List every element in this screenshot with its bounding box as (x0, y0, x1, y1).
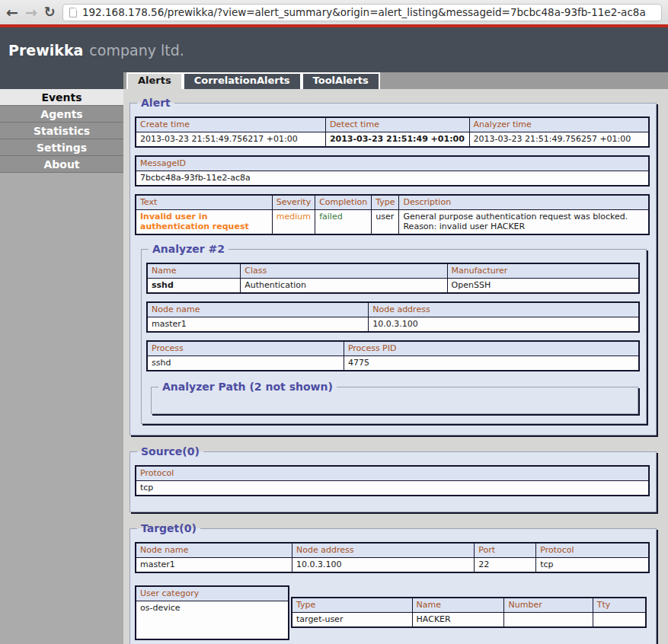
alert-section-legend: Alert (137, 97, 174, 109)
col-header-tty: Tty (593, 598, 646, 613)
table-header-row: Type Name Number Tty (292, 598, 646, 613)
analyzer-process-table: Process Process PID sshd 4775 (146, 340, 640, 371)
analyzer-path-section: Analyzer Path (2 not shown) (151, 381, 638, 414)
col-header-protocol: Protocol (136, 466, 649, 481)
target-section: Target(0) Node name Node address Port Pr… (129, 522, 657, 644)
cell-analyzer-manufacturer: OpenSSH (447, 279, 639, 294)
table-header-row: Node name Node address (147, 302, 639, 317)
col-header-text: Text (136, 195, 272, 210)
reload-icon[interactable]: ↻ (44, 5, 56, 19)
sidebar-item-events[interactable]: Events (0, 89, 123, 106)
table-header-row: MessageID (136, 156, 649, 171)
table-header-row: Node name Node address Port Protocol (136, 543, 649, 558)
sidebar-item-about[interactable]: About (0, 156, 123, 173)
cell-messageid: 7bcbc48a-93fb-11e2-ac8a (136, 171, 649, 187)
userid-table: Type Name Number Tty target-user HACKER (291, 597, 647, 628)
col-header-type: Type (292, 598, 412, 613)
sidebar-item-agents[interactable]: Agents (0, 106, 123, 123)
cell-node-name: master1 (136, 558, 292, 573)
table-header-row: Text Severity Completion Type Descriptio… (136, 195, 649, 210)
sidebar-item-statistics[interactable]: Statistics (0, 123, 123, 139)
analyzer-path-legend: Analyzer Path (2 not shown) (158, 381, 337, 393)
tab-alerts[interactable]: Alerts (126, 72, 183, 89)
sidebar-item-settings[interactable]: Settings (0, 139, 123, 156)
col-header-user-category: User category (136, 586, 289, 601)
analyzer-section: Analyzer #2 Name Class Manufacturer sshd… (141, 243, 647, 424)
col-header-analyzer-time: Analyzer time (469, 117, 649, 132)
analyzer-info-table: Name Class Manufacturer sshd Authenticat… (146, 263, 640, 294)
col-header-node-name: Node name (147, 302, 369, 317)
cell-node-address: 10.0.3.100 (292, 558, 475, 573)
table-header-row: Name Class Manufacturer (147, 263, 639, 279)
sidebar: Events Agents Statistics Settings About (0, 72, 123, 644)
col-header-description: Description (399, 195, 649, 210)
cell-protocol: tcp (536, 558, 649, 573)
cell-node-name: master1 (147, 317, 369, 333)
table-row: Invalid user in authentication request m… (136, 210, 649, 235)
source-section-legend: Source(0) (137, 445, 203, 457)
cell-detect-time: 2013-03-23 21:51:49 +01:00 (325, 132, 469, 148)
table-header-row: User category (136, 586, 289, 601)
alert-summary-view: Alert Create time Detect time Analyzer t… (123, 89, 668, 644)
brand-name: Prewikka (8, 42, 83, 59)
userid-wrap: Type Name Number Tty target-user HACKER (291, 597, 650, 628)
cell-port: 22 (475, 558, 536, 573)
back-icon[interactable]: ← (6, 5, 18, 20)
table-row: master1 10.0.3.100 22 tcp (136, 558, 649, 573)
cell-type: user (372, 210, 399, 235)
sidebar-filler (0, 173, 123, 644)
target-node-table: Node name Node address Port Protocol mas… (135, 542, 650, 573)
col-header-port: Port (475, 543, 536, 558)
main-content: Alerts CorrelationAlerts ToolAlerts Aler… (123, 72, 668, 644)
sidebar-header-spacer (0, 72, 123, 89)
classification-table: Text Severity Completion Type Descriptio… (135, 194, 650, 235)
col-header-messageid: MessageID (136, 156, 649, 171)
col-header-type: Type (372, 195, 399, 210)
table-row: 7bcbc48a-93fb-11e2-ac8a (136, 171, 649, 187)
cell-node-address: 10.0.3.100 (369, 317, 639, 333)
col-header-create-time: Create time (136, 117, 325, 132)
table-row: os-device (136, 601, 289, 639)
cell-analyzer-class: Authentication (241, 279, 447, 294)
col-header-name: Name (412, 598, 504, 613)
source-section: Source(0) Protocol tcp (129, 445, 657, 512)
table-header-row: Create time Detect time Analyzer time (136, 117, 649, 132)
url-text[interactable]: 192.168.178.56/prewikka/?view=alert_summ… (82, 6, 646, 18)
cell-user-category: os-device (136, 601, 289, 639)
col-header-process-pid: Process PID (344, 341, 639, 356)
table-row: sshd 4775 (147, 356, 639, 371)
cell-analyzer-name: sshd (147, 279, 241, 294)
tab-toolalerts[interactable]: ToolAlerts (302, 72, 380, 89)
tab-correlationalerts[interactable]: CorrelationAlerts (183, 72, 302, 89)
times-table: Create time Detect time Analyzer time 20… (135, 116, 650, 148)
table-row: master1 10.0.3.100 (147, 317, 639, 333)
table-row: sshd Authentication OpenSSH (147, 279, 639, 294)
col-header-protocol: Protocol (536, 543, 649, 558)
cell-user-name: HACKER (412, 613, 504, 628)
col-header-severity: Severity (272, 195, 315, 210)
cell-user-number (504, 613, 593, 628)
col-header-manufacturer: Manufacturer (447, 263, 639, 279)
col-header-detect-time: Detect time (325, 117, 469, 132)
forward-icon[interactable]: → (25, 5, 37, 20)
cell-completion: failed (315, 210, 372, 235)
cell-user-type: target-user (292, 613, 412, 628)
table-header-row: Process Process PID (147, 341, 639, 356)
cell-description: General purpose authentication request w… (399, 210, 649, 235)
messageid-table: MessageID 7bcbc48a-93fb-11e2-ac8a (135, 155, 650, 187)
tab-strip: Alerts CorrelationAlerts ToolAlerts (123, 72, 668, 89)
cell-process: sshd (147, 356, 344, 371)
col-header-process: Process (147, 341, 344, 356)
table-row: tcp (136, 481, 649, 496)
address-bar[interactable]: 192.168.178.56/prewikka/?view=alert_summ… (62, 4, 662, 21)
alert-section: Alert Create time Detect time Analyzer t… (129, 97, 657, 435)
col-header-number: Number (504, 598, 593, 613)
page: ← → ↻ 192.168.178.56/prewikka/?view=aler… (0, 0, 668, 644)
analyzer-node-table: Node name Node address master1 10.0.3.10… (146, 301, 640, 333)
col-header-node-address: Node address (369, 302, 639, 317)
cell-protocol: tcp (136, 481, 649, 496)
user-category-table: User category os-device (135, 585, 289, 640)
target-user-block: User category os-device Type (135, 581, 650, 644)
cell-create-time: 2013-03-23 21:51:49.756217 +01:00 (136, 132, 325, 148)
cell-severity: medium (272, 210, 315, 235)
